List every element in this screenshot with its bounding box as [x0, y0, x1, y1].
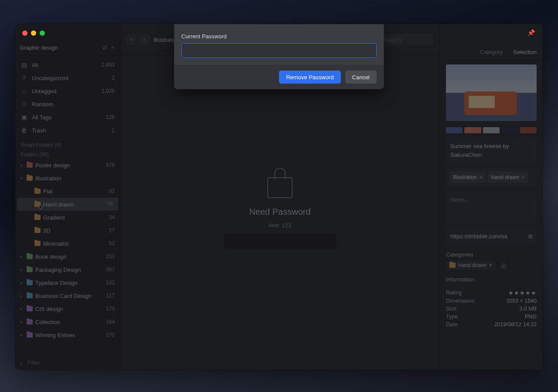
folder-icon — [27, 293, 33, 298]
folder-minimalist[interactable]: Minimalist53 — [15, 237, 120, 250]
color-swatch[interactable] — [446, 127, 463, 133]
folder-label: Gradient — [43, 214, 106, 221]
tag-chip[interactable]: Hand drawn× — [487, 172, 528, 183]
disclosure-icon[interactable]: ▸ — [20, 307, 24, 311]
sidebar-item-uncategorized[interactable]: ?Uncategorized2 — [15, 71, 120, 84]
folder-label: Typeface Design — [35, 280, 103, 286]
search-input[interactable] — [382, 36, 430, 44]
disclosure-icon[interactable]: ▸ — [20, 333, 24, 337]
folder-collection[interactable]: ▸Collection164 — [15, 315, 120, 328]
tab-selection[interactable]: Selection — [514, 49, 537, 55]
folder-hand-drawn[interactable]: Hand drawn76 — [17, 198, 118, 211]
folder-icon — [27, 332, 33, 338]
disclosure-icon[interactable]: ▸ — [20, 280, 24, 285]
preview-thumbnail[interactable] — [446, 64, 537, 121]
folder-typeface-design[interactable]: ▸Typeface Design102 — [15, 276, 120, 289]
password-hint: Hint: 123 — [269, 222, 291, 229]
sidebar-item-random[interactable]: ☉Random — [15, 98, 120, 111]
source-link[interactable]: https://dribbble.com/sa ⧉ — [446, 228, 537, 245]
folder-packaging-design[interactable]: ▸Packaging Design397 — [15, 263, 120, 276]
remove-tag-icon[interactable]: × — [480, 174, 482, 181]
sidebar-item-untagged[interactable]: ◇Untagged1,025 — [15, 84, 120, 98]
open-link-icon[interactable]: ⧉ — [528, 232, 532, 241]
info-row: TypePNG — [446, 313, 537, 321]
switch-library-icon[interactable]: ⇄ — [102, 44, 107, 51]
info-row: Rating★★★★★ — [446, 289, 537, 297]
minimize-button[interactable] — [31, 30, 36, 36]
add-library-icon[interactable]: ＋ — [110, 44, 116, 51]
add-category-button[interactable]: ＋ — [500, 262, 507, 270]
folder-flat[interactable]: Flat93 — [15, 185, 120, 198]
folder-book-design[interactable]: ▸Book design153 — [15, 250, 120, 263]
folder-gradient[interactable]: Gradient34 — [15, 211, 120, 224]
item-title[interactable]: Summer sea breeze by SakuraChen — [446, 138, 537, 163]
locked-password-input[interactable] — [224, 234, 336, 249]
sidebar-item-all-tags[interactable]: ▣All Tags128 — [15, 111, 120, 124]
pin-icon[interactable]: 📌 — [527, 29, 535, 36]
color-swatch[interactable] — [464, 127, 481, 133]
folder-label: CIS design — [35, 306, 103, 312]
folder-count: 173 — [106, 306, 115, 312]
remove-password-button[interactable]: Remove Password — [279, 71, 340, 84]
close-button[interactable] — [22, 30, 27, 36]
folder-icon — [27, 162, 33, 168]
info-key: Dimensions — [446, 298, 474, 304]
disclosure-icon[interactable]: ▸ — [20, 267, 24, 272]
item-count: 1 — [112, 127, 115, 133]
folder-count: 34 — [109, 214, 115, 220]
folder-illustration[interactable]: ▾Illustration — [15, 172, 120, 185]
folder-winning-entries[interactable]: ▸Winning Entries270 — [15, 328, 120, 341]
color-palette — [446, 127, 537, 133]
tag-chip[interactable]: Illustration× — [449, 172, 486, 183]
folder-3d[interactable]: 3D27 — [15, 224, 120, 237]
notes-field[interactable]: Notes... — [446, 191, 537, 223]
fixed-item-list: ▤All2,453?Uncategorized2◇Untagged1,025☉R… — [15, 56, 120, 139]
category-chip[interactable]: Hand drawn × — [446, 260, 496, 270]
inspector: Category Selection Summer sea breeze by … — [439, 24, 543, 370]
color-swatch[interactable] — [501, 127, 518, 133]
zoom-button[interactable] — [40, 30, 45, 36]
category-chip-label: Hand drawn — [458, 262, 487, 268]
information-header: Information — [446, 276, 537, 283]
search-icon: ⌕ — [20, 359, 23, 366]
color-swatch[interactable] — [483, 127, 500, 133]
filter-input[interactable] — [27, 359, 116, 366]
disclosure-icon[interactable]: ▸ — [20, 294, 24, 298]
folder-cis-design[interactable]: ▸CIS design173 — [15, 302, 120, 315]
sidebar: Graphic design ... ⇄ ＋ ▤All2,453?Uncateg… — [15, 24, 120, 370]
filter-bar: ⌕ — [15, 355, 120, 370]
nav-forward-button[interactable]: › — [139, 34, 150, 45]
folder-count: 27 — [109, 227, 115, 233]
folder-icon — [34, 202, 41, 207]
sidebar-item-all[interactable]: ▤All2,453 — [15, 58, 120, 71]
search-box[interactable] — [378, 34, 434, 45]
tab-category[interactable]: Category — [480, 49, 503, 55]
folders-header[interactable]: Folders (58) — [15, 149, 120, 159]
folder-business-card-design[interactable]: ▸Business Card Design117 — [15, 289, 120, 302]
folder-label: Collection — [35, 319, 103, 325]
disclosure-icon[interactable]: ▸ — [20, 254, 24, 259]
disclosure-icon[interactable]: ▸ — [20, 320, 24, 324]
folder-label: Illustration — [35, 175, 112, 182]
locked-title: Need Password — [249, 207, 310, 217]
library-title[interactable]: Graphic design — [20, 44, 58, 51]
lock-icon — [267, 177, 293, 198]
source-url: https://dribbble.com/sa — [450, 232, 526, 241]
disclosure-icon[interactable]: ▸ — [20, 163, 24, 167]
item-icon: ▣ — [20, 114, 27, 121]
smart-folders-header[interactable]: Smart Folders (4) — [15, 139, 120, 149]
disclosure-icon[interactable]: ▾ — [20, 176, 24, 180]
locked-folder-view: Need Password Hint: 123 — [120, 56, 439, 370]
current-password-input[interactable] — [181, 43, 377, 58]
item-label: All Tags — [32, 114, 102, 121]
folder-poster-design[interactable]: ▸Poster design878 — [15, 159, 120, 172]
sidebar-item-trash[interactable]: 🗑Trash1 — [15, 124, 120, 137]
library-more-icon[interactable]: ... — [59, 44, 65, 51]
color-swatch[interactable] — [520, 127, 537, 133]
folder-icon — [34, 241, 41, 246]
remove-tag-icon[interactable]: × — [522, 174, 524, 181]
folder-icon — [27, 306, 33, 311]
remove-category-icon[interactable]: × — [489, 262, 492, 268]
nav-back-button[interactable]: ‹ — [126, 34, 137, 45]
cancel-button[interactable]: Cancel — [345, 71, 377, 84]
